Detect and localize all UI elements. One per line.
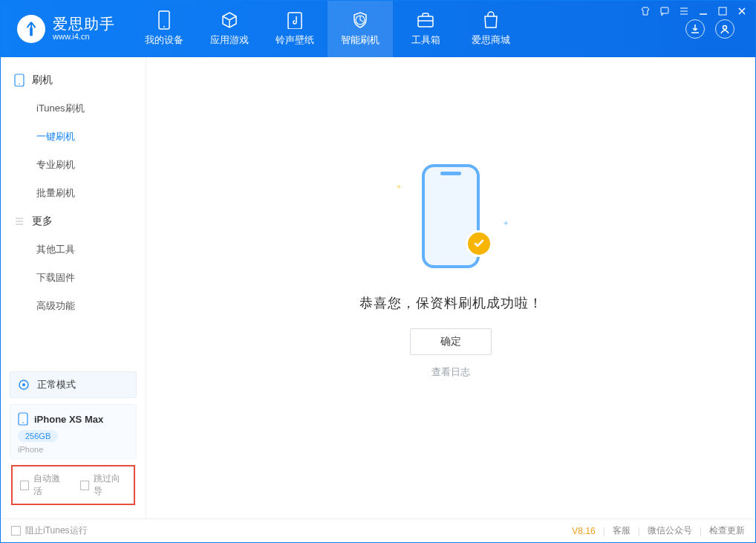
version-label: V8.16 — [572, 526, 595, 536]
tab-label: 铃声壁纸 — [276, 33, 314, 47]
confirm-button[interactable]: 确定 — [410, 328, 492, 355]
tab-apps[interactable]: 应用游戏 — [197, 1, 262, 57]
sidebar-item-download-firmware[interactable]: 下载固件 — [1, 264, 146, 292]
window-controls — [639, 5, 748, 17]
sidebar-item-pro-flash[interactable]: 专业刷机 — [1, 151, 146, 179]
sidebar-item-itunes-flash[interactable]: iTunes刷机 — [1, 94, 146, 123]
tab-label: 我的设备 — [145, 33, 183, 47]
svg-point-2 — [163, 26, 165, 27]
list-icon — [14, 216, 25, 227]
titlebar: 爱思助手 www.i4.cn 我的设备 应用游戏 铃声壁纸 智能刷机 工具箱 爱… — [1, 1, 755, 57]
success-check-icon — [466, 230, 492, 257]
tab-ringtones[interactable]: 铃声壁纸 — [262, 1, 328, 57]
svg-point-11 — [22, 383, 25, 386]
tab-label: 智能刷机 — [341, 33, 379, 47]
toolbox-icon — [417, 11, 434, 29]
success-message: 恭喜您，保资料刷机成功啦！ — [359, 294, 543, 312]
iphone-icon — [18, 412, 28, 426]
user-button[interactable] — [715, 19, 734, 39]
device-subtype: iPhone — [18, 445, 128, 454]
svg-rect-6 — [661, 7, 668, 13]
device-panel: 正常模式 iPhone XS Max 256GB iPhone 自动激活 跳过向… — [1, 360, 146, 518]
bag-icon — [482, 11, 500, 29]
statusbar: 阻止iTunes运行 V8.16 | 客服 | 微信公众号 | 检查更新 — [1, 518, 755, 542]
menu-icon[interactable] — [678, 5, 690, 17]
block-itunes-checkbox[interactable]: 阻止iTunes运行 — [11, 524, 88, 537]
svg-point-13 — [22, 422, 24, 423]
close-button[interactable] — [736, 5, 748, 17]
checkbox-label: 跳过向导 — [94, 472, 126, 498]
logo-icon — [17, 15, 45, 43]
phone-icon — [14, 74, 25, 87]
shield-icon — [351, 11, 369, 29]
main-content: ✦ ✦ 恭喜您，保资料刷机成功啦！ 确定 查看日志 — [146, 57, 755, 518]
auto-activate-checkbox[interactable]: 自动激活 — [20, 472, 67, 498]
tab-smart-flash[interactable]: 智能刷机 — [328, 1, 393, 57]
success-illustration: ✦ ✦ — [384, 153, 518, 279]
check-update-link[interactable]: 检查更新 — [709, 524, 745, 537]
sidebar-group-flash: 刷机 — [1, 66, 146, 94]
music-icon — [286, 11, 304, 29]
checkbox-label: 阻止iTunes运行 — [25, 524, 88, 537]
sidebar: 刷机 iTunes刷机 一键刷机 专业刷机 批量刷机 更多 其他工具 下载固件 … — [1, 57, 146, 518]
checkbox-label: 自动激活 — [33, 472, 66, 498]
view-log-link[interactable]: 查看日志 — [431, 365, 470, 379]
customer-service-link[interactable]: 客服 — [613, 524, 630, 537]
sidebar-group-title: 刷机 — [32, 74, 53, 87]
options-row: 自动激活 跳过向导 — [11, 465, 135, 505]
device-name-label: iPhone XS Max — [34, 414, 103, 425]
tab-my-device[interactable]: 我的设备 — [131, 1, 197, 57]
sidebar-item-oneclick-flash[interactable]: 一键刷机 — [1, 123, 146, 151]
sidebar-group-title: 更多 — [32, 215, 53, 228]
tab-label: 爱思商城 — [472, 33, 510, 47]
device-info-card[interactable]: iPhone XS Max 256GB iPhone — [10, 404, 137, 459]
brand-url: www.i4.cn — [53, 32, 115, 42]
maximize-button[interactable] — [717, 5, 729, 17]
svg-rect-0 — [30, 27, 33, 36]
svg-point-5 — [723, 26, 727, 30]
device-mode-card[interactable]: 正常模式 — [10, 371, 137, 398]
brand-name: 爱思助手 — [53, 16, 115, 32]
tab-toolbox[interactable]: 工具箱 — [393, 1, 458, 57]
checkbox-icon — [11, 526, 21, 536]
device-capacity: 256GB — [18, 430, 58, 442]
mode-icon — [18, 379, 30, 391]
brand: 爱思助手 www.i4.cn — [1, 1, 131, 57]
sparkle-icon: ✦ — [503, 219, 509, 227]
minimize-button[interactable] — [697, 5, 709, 17]
sidebar-item-batch-flash[interactable]: 批量刷机 — [1, 179, 146, 207]
sidebar-item-other-tools[interactable]: 其他工具 — [1, 235, 146, 264]
skin-icon[interactable] — [639, 5, 651, 17]
tab-store[interactable]: 爱思商城 — [458, 1, 524, 57]
sparkle-icon: ✦ — [396, 183, 402, 191]
tab-label: 工具箱 — [411, 33, 440, 47]
skip-guide-checkbox[interactable]: 跳过向导 — [80, 472, 127, 498]
device-mode-label: 正常模式 — [37, 378, 76, 391]
svg-point-9 — [19, 83, 20, 85]
checkbox-icon — [20, 481, 29, 490]
feedback-icon[interactable] — [659, 5, 671, 17]
checkbox-icon — [80, 481, 89, 490]
download-button[interactable] — [685, 19, 705, 39]
wechat-link[interactable]: 微信公众号 — [648, 524, 692, 537]
device-icon — [155, 11, 173, 29]
cube-icon — [221, 11, 238, 29]
svg-rect-7 — [719, 7, 726, 15]
main-tabs: 我的设备 应用游戏 铃声壁纸 智能刷机 工具箱 爱思商城 — [131, 1, 524, 57]
sidebar-group-more: 更多 — [1, 207, 146, 235]
svg-rect-4 — [418, 16, 433, 27]
sidebar-item-advanced[interactable]: 高级功能 — [1, 292, 146, 320]
tab-label: 应用游戏 — [210, 33, 249, 47]
